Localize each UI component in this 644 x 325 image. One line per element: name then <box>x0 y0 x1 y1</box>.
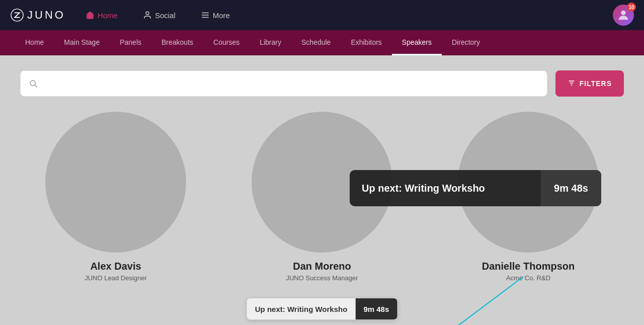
up-next-event-small: Writing Worksho <box>287 305 347 313</box>
subnav-home[interactable]: Home <box>15 30 54 55</box>
up-next-timer-large: 9m 48s <box>541 170 601 206</box>
up-next-banner-large: Up next: Writing Worksho 9m 48s <box>350 170 601 206</box>
speaker-title-2: Acme Co. R&D <box>506 274 550 282</box>
svg-line-7 <box>35 85 37 87</box>
search-icon <box>29 79 38 88</box>
speaker-title-0: JUNO Lead Designer <box>85 274 147 282</box>
up-next-event-large: Writing Worksho <box>405 183 485 194</box>
filters-label: FILTERS <box>580 79 612 88</box>
subnav-main-stage[interactable]: Main Stage <box>54 30 110 55</box>
speaker-name-2: Danielle Thompson <box>482 261 575 272</box>
social-svg <box>143 11 152 20</box>
top-navigation: JUNO Home Social <box>0 0 644 30</box>
subnav-library[interactable]: Library <box>250 30 291 55</box>
logo-icon <box>10 8 24 22</box>
nav-social[interactable]: Social <box>138 8 181 23</box>
subnav-courses[interactable]: Courses <box>203 30 250 55</box>
subnav-directory[interactable]: Directory <box>442 30 490 55</box>
nav-more-label: More <box>213 11 230 20</box>
speaker-title-1: JUNO Success Manager <box>286 274 358 282</box>
nav-more[interactable]: More <box>196 8 235 23</box>
up-next-text-small: Up next: Writing Worksho <box>247 305 356 313</box>
main-content: FILTERS Alex Davis JUNO Lead Designer Da… <box>0 55 644 325</box>
logo[interactable]: JUNO <box>10 8 65 22</box>
more-icon <box>201 11 210 20</box>
up-next-label-small: Up next: <box>255 305 287 313</box>
nav-home[interactable]: Home <box>80 8 123 23</box>
notification-badge: 10 <box>627 3 636 12</box>
filters-button[interactable]: FILTERS <box>555 70 624 97</box>
social-icon <box>143 11 152 20</box>
subnav-exhibitors[interactable]: Exhibitors <box>341 30 391 55</box>
up-next-timer-small: 9m 48s <box>355 298 397 319</box>
more-svg <box>201 11 210 20</box>
svg-point-6 <box>30 80 36 86</box>
filters-icon <box>568 79 576 89</box>
subnav-schedule[interactable]: Schedule <box>291 30 341 55</box>
subnav-breakouts[interactable]: Breakouts <box>151 30 203 55</box>
home-svg <box>86 11 95 20</box>
search-input[interactable] <box>43 79 539 88</box>
user-avatar-wrapper[interactable]: 10 <box>613 5 634 26</box>
search-row: FILTERS <box>20 70 624 97</box>
top-nav-left: JUNO Home Social <box>10 8 235 23</box>
up-next-banner-small: Up next: Writing Worksho 9m 48s <box>247 298 398 320</box>
subnav-speakers[interactable]: Speakers <box>392 30 442 55</box>
logo-text: JUNO <box>27 9 65 22</box>
svg-point-5 <box>621 11 625 15</box>
nav-home-label: Home <box>98 11 118 20</box>
nav-social-label: Social <box>155 11 176 20</box>
svg-point-1 <box>146 12 149 15</box>
search-svg <box>29 78 38 89</box>
speaker-name-1: Dan Moreno <box>293 261 351 272</box>
up-next-text-large: Up next: Writing Worksho <box>350 183 541 194</box>
home-icon <box>86 11 95 20</box>
svg-line-11 <box>453 277 523 325</box>
up-next-label-large: Up next: <box>362 183 405 194</box>
sub-navigation: Home Main Stage Panels Breakouts Courses… <box>0 30 644 55</box>
speaker-avatar-0 <box>45 112 186 253</box>
speaker-name-0: Alex Davis <box>90 261 141 272</box>
filter-svg <box>568 79 576 87</box>
search-container <box>20 70 547 97</box>
subnav-panels[interactable]: Panels <box>110 30 151 55</box>
speaker-card-0[interactable]: Alex Davis JUNO Lead Designer <box>20 112 211 282</box>
